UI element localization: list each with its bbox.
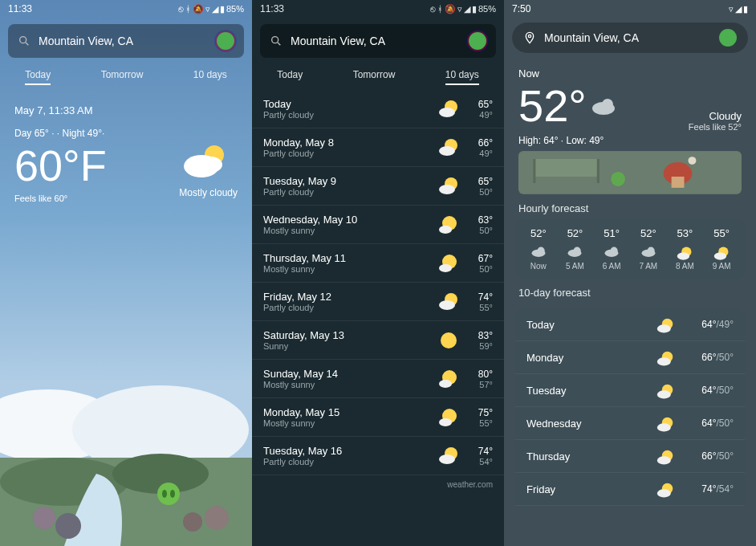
mostly-cloudy-icon [179, 141, 230, 182]
daily-forecast[interactable]: Today 64°/49° Monday 66°/50° Tuesday 64°… [515, 308, 745, 506]
hour-column[interactable]: 55° 9 AM [704, 227, 739, 271]
forecast-low: 49° [469, 110, 493, 120]
current-temp: 60°F [14, 141, 107, 190]
search-input[interactable] [291, 35, 461, 47]
daily-day: Wednesday [526, 418, 656, 430]
tab-tomorrow[interactable]: Tomorrow [101, 66, 144, 85]
forecast-row[interactable]: Sunday, May 14 Mostly sunny 80° 57° [252, 360, 504, 398]
tab-tomorrow[interactable]: Tomorrow [353, 66, 396, 85]
svg-point-72 [657, 489, 671, 497]
forecast-row[interactable]: Friday, May 12 Partly cloudy 74° 55° [252, 283, 504, 321]
partly-icon [438, 137, 459, 158]
forecast-low: 54° [469, 457, 493, 467]
hour-column[interactable]: 51° 6 AM [594, 227, 629, 271]
forecast-high: 67° [469, 253, 493, 264]
cloud-icon [640, 246, 656, 257]
hour-column[interactable]: 53° 8 AM [667, 227, 702, 271]
forecast-row[interactable]: Thursday, May 11 Mostly sunny 67° 50° [252, 244, 504, 283]
forecast-row[interactable]: Monday, May 15 Mostly sunny 75° 55° [252, 398, 504, 437]
dnd-icon: 🔕 [445, 4, 456, 14]
svg-point-28 [439, 264, 452, 272]
wifi-icon: ▿ [205, 4, 210, 14]
status-icons: ⎋ ᚼ 🔕 ▿ ◢ ▮ 85% [178, 4, 244, 14]
sunny-icon [438, 330, 459, 351]
hour-label: 9 AM [704, 262, 739, 271]
profile-indicator[interactable] [469, 32, 486, 50]
svg-point-58 [677, 252, 689, 259]
svg-rect-42 [534, 159, 598, 177]
hour-column[interactable]: 52° Now [521, 227, 556, 271]
forecast-low: 59° [469, 341, 493, 351]
cloud-icon [590, 96, 617, 116]
forecast-row[interactable]: Wednesday, May 10 Mostly sunny 63° 50° [252, 206, 504, 244]
partly-icon [438, 176, 459, 197]
partly-icon [677, 246, 693, 257]
svg-point-52 [574, 247, 581, 255]
daily-row[interactable]: Monday 66°/50° [515, 341, 745, 374]
tabs: Today Tomorrow 10 days [252, 58, 504, 90]
svg-point-31 [441, 332, 457, 348]
tab-today[interactable]: Today [25, 66, 51, 85]
cloud-icon [530, 246, 547, 257]
tab-10days[interactable]: 10 days [193, 66, 227, 85]
hour-temp: 53° [667, 227, 702, 239]
svg-point-37 [439, 454, 455, 464]
location-bar[interactable]: Mountain View, CA [512, 22, 748, 53]
forecast-condition: Mostly sunny [263, 380, 438, 389]
hour-column[interactable]: 52° 5 AM [557, 227, 592, 271]
search-box[interactable] [260, 24, 496, 58]
svg-point-35 [439, 418, 452, 426]
daily-row[interactable]: Today 64°/49° [515, 308, 745, 341]
forecast-low: 50° [469, 226, 493, 235]
hour-temp: 52° [631, 227, 666, 239]
forecast-row[interactable]: Today Partly cloudy 65° 49° [252, 90, 504, 128]
feels-like: Feels like 60° [14, 194, 107, 203]
svg-point-16 [205, 506, 229, 530]
search-box[interactable] [8, 24, 244, 58]
cast-icon: ⎋ [430, 4, 436, 14]
status-icons: ⎋ ᚼ 🔕 ▿ ◢ ▮ 85% [430, 4, 496, 14]
daily-day: Friday [526, 483, 656, 495]
svg-point-40 [602, 99, 613, 110]
forecast-day: Today [263, 98, 438, 110]
forecast-condition: Mostly sunny [263, 226, 438, 235]
status-icons: ▿ ◢ ▮ [729, 4, 748, 14]
tab-10days[interactable]: 10 days [445, 66, 479, 85]
forecast-condition: Partly cloudy [263, 110, 438, 120]
forecast-row[interactable]: Tuesday, May 9 Partly cloudy 65° 50° [252, 167, 504, 206]
forecast-row[interactable]: Monday, May 8 Partly cloudy 66° 49° [252, 128, 504, 167]
partly-icon [656, 350, 674, 365]
battery-icon: ▮ [472, 4, 477, 14]
battery-percent: 85% [478, 4, 496, 14]
svg-point-70 [657, 456, 671, 464]
location-pin-icon [523, 31, 536, 44]
now-label: Now [518, 67, 742, 79]
mostsun-icon [438, 253, 459, 274]
hour-label: 8 AM [667, 262, 702, 271]
hour-column[interactable]: 52° 7 AM [631, 227, 666, 271]
hourly-forecast[interactable]: 52° Now 52° 5 AM 51° 6 AM 52° 7 AM 53° 8… [515, 219, 745, 279]
forecast-row[interactable]: Tuesday, May 16 Partly cloudy 74° 54° [252, 437, 504, 475]
svg-point-30 [439, 300, 455, 310]
forecast-row[interactable]: Saturday, May 13 Sunny 83° 59° [252, 321, 504, 360]
forecast-low: 55° [469, 303, 493, 312]
forecast-high: 65° [469, 176, 493, 187]
daily-row[interactable]: Thursday 66°/50° [515, 440, 745, 473]
svg-point-12 [170, 490, 175, 498]
attribution[interactable]: weather.com [252, 475, 504, 494]
svg-point-50 [537, 247, 544, 255]
daily-row[interactable]: Tuesday 64°/50° [515, 374, 745, 407]
forecast-list[interactable]: Today Partly cloudy 65° 49° Monday, May … [252, 90, 504, 475]
daily-row[interactable]: Friday 74°/54° [515, 473, 745, 506]
search-input[interactable] [39, 35, 209, 47]
location-text: Mountain View, CA [544, 31, 711, 44]
profile-indicator[interactable] [217, 32, 234, 50]
tab-today[interactable]: Today [277, 66, 303, 85]
profile-indicator[interactable] [719, 29, 737, 47]
svg-point-10 [157, 483, 180, 505]
daily-row[interactable]: Wednesday 64°/50° [515, 407, 745, 440]
forecast-low: 49° [469, 149, 493, 158]
daily-day: Tuesday [526, 385, 656, 397]
hourly-label: Hourly forecast [504, 194, 756, 219]
svg-point-45 [611, 172, 625, 186]
